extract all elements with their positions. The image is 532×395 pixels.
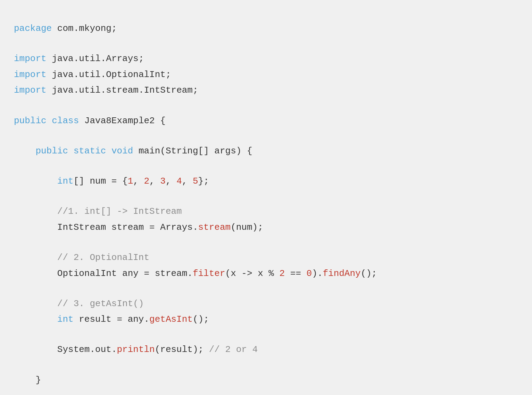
code-token: java bbox=[47, 69, 74, 80]
code-token: OptionalInt bbox=[106, 69, 166, 80]
code-token: [] num = { bbox=[74, 176, 128, 186]
code-token: getAsInt bbox=[149, 314, 193, 325]
code-token: result = any bbox=[74, 314, 144, 325]
code-token: filter bbox=[193, 268, 225, 279]
code-token: OptionalInt any = stream bbox=[57, 268, 187, 279]
code-token: mkyong bbox=[79, 23, 111, 34]
code-token: } bbox=[14, 375, 41, 385]
code-token: . bbox=[144, 314, 149, 325]
code-editor: package com.mkyong;import java.util.Arra… bbox=[10, 14, 522, 395]
code-token: //1. int[] -> IntStream bbox=[57, 206, 182, 217]
code-token: , bbox=[133, 176, 144, 186]
code-token: IntStream bbox=[144, 85, 193, 95]
code-token: Arrays bbox=[106, 53, 139, 64]
code-token bbox=[106, 146, 111, 156]
code-line: IntStream stream = Arrays.stream(num); bbox=[14, 220, 518, 236]
code-token: 1 bbox=[128, 176, 133, 186]
code-token: ; bbox=[193, 85, 198, 95]
code-token: java bbox=[47, 85, 74, 95]
code-token: 4 bbox=[176, 176, 182, 186]
blank-line bbox=[14, 190, 518, 204]
code-token: . bbox=[74, 69, 79, 80]
blank-line bbox=[14, 235, 518, 250]
code-token: . bbox=[187, 268, 193, 279]
code-token: . bbox=[193, 222, 198, 233]
code-line: public class Java8Example2 { bbox=[14, 113, 518, 129]
code-token: // 2. OptionalInt bbox=[57, 252, 149, 263]
code-token: IntStream stream = Arrays bbox=[57, 222, 193, 233]
code-token: void bbox=[111, 146, 133, 156]
code-line: int result = any.getAsInt(); bbox=[14, 312, 518, 328]
code-token: (); bbox=[193, 314, 209, 325]
code-token: // 3. getAsInt() bbox=[57, 299, 144, 309]
code-token: . bbox=[111, 344, 117, 355]
code-token: Java8Example2 { bbox=[79, 116, 166, 126]
code-token: . bbox=[74, 23, 79, 34]
code-token: 5 bbox=[193, 176, 198, 186]
code-token: com bbox=[52, 23, 73, 34]
code-token: 0 bbox=[307, 268, 312, 279]
code-token: . bbox=[101, 69, 106, 80]
code-token bbox=[14, 314, 57, 325]
code-token: stream bbox=[198, 222, 231, 233]
code-token: class bbox=[52, 116, 79, 126]
code-token: main(String[] args) { bbox=[133, 146, 252, 156]
code-token: public bbox=[35, 146, 68, 156]
code-token bbox=[14, 146, 35, 156]
code-token: util bbox=[79, 69, 100, 80]
code-token: (num); bbox=[231, 222, 263, 233]
blank-line bbox=[14, 388, 518, 395]
code-token: System bbox=[57, 344, 90, 355]
code-token: import bbox=[14, 85, 47, 95]
code-token: out bbox=[95, 344, 111, 355]
code-token: stream bbox=[106, 85, 139, 95]
code-line: // 3. getAsInt() bbox=[14, 296, 518, 312]
code-token: ; bbox=[166, 69, 171, 80]
code-token: java bbox=[47, 53, 74, 64]
code-token: (x -> x % bbox=[225, 268, 280, 279]
code-token: ; bbox=[139, 53, 144, 64]
code-token: ; bbox=[111, 23, 117, 34]
code-token: . bbox=[74, 53, 79, 64]
code-token: 2 bbox=[144, 176, 150, 186]
code-token: . bbox=[139, 85, 144, 95]
code-token: 2 bbox=[280, 268, 285, 279]
code-token bbox=[14, 299, 57, 309]
code-line: import java.util.Arrays; bbox=[14, 51, 518, 67]
code-token: . bbox=[101, 85, 106, 95]
code-token: public bbox=[14, 116, 47, 126]
code-line: package com.mkyong; bbox=[14, 21, 518, 37]
code-token: (result); bbox=[155, 344, 209, 355]
blank-line bbox=[14, 281, 518, 296]
code-token: (); bbox=[361, 268, 377, 279]
code-token: . bbox=[74, 85, 79, 95]
code-token: . bbox=[90, 344, 95, 355]
code-token bbox=[14, 222, 57, 233]
code-token: findAny bbox=[323, 268, 360, 279]
blank-line bbox=[14, 358, 518, 372]
blank-line bbox=[14, 37, 518, 51]
code-token: ). bbox=[312, 268, 323, 279]
code-line: // 2. OptionalInt bbox=[14, 250, 518, 266]
code-token: }; bbox=[198, 176, 209, 186]
code-token bbox=[14, 206, 57, 217]
blank-line bbox=[14, 129, 518, 143]
code-token: int bbox=[57, 314, 74, 325]
code-line: OptionalInt any = stream.filter(x -> x %… bbox=[14, 266, 518, 282]
code-token: . bbox=[101, 53, 106, 64]
code-token: , bbox=[166, 176, 176, 186]
blank-line bbox=[14, 328, 518, 342]
code-token: , bbox=[182, 176, 193, 186]
code-line: import java.util.OptionalInt; bbox=[14, 67, 518, 83]
code-token bbox=[47, 116, 52, 126]
code-line: public static void main(String[] args) { bbox=[14, 143, 518, 159]
code-line: int[] num = {1, 2, 3, 4, 5}; bbox=[14, 174, 518, 190]
code-token: // 2 or 4 bbox=[209, 344, 258, 355]
code-token: package bbox=[14, 23, 52, 34]
code-line: } bbox=[14, 372, 518, 388]
blank-line bbox=[14, 99, 518, 113]
code-token bbox=[68, 146, 74, 156]
code-token: util bbox=[79, 53, 100, 64]
code-token: == bbox=[285, 268, 306, 279]
code-token: println bbox=[117, 344, 155, 355]
